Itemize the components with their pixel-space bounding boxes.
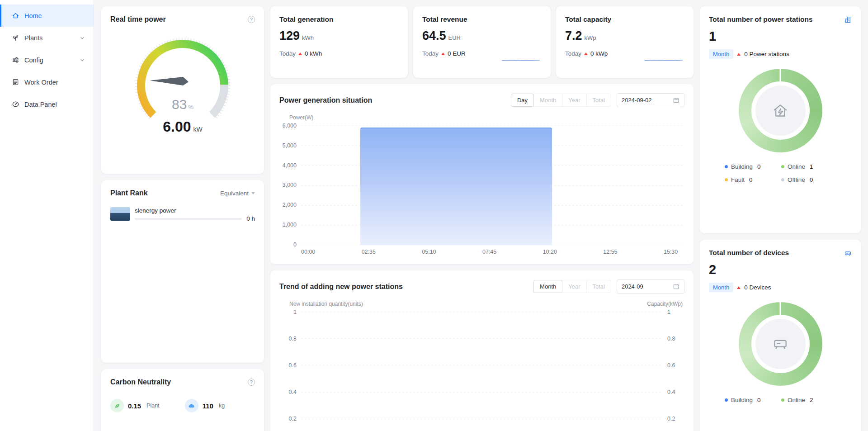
tick-label: 0.6: [667, 362, 675, 369]
devices-count: 2: [709, 262, 852, 277]
tick-label: 4,000: [283, 162, 297, 169]
tab-month[interactable]: Month: [533, 94, 562, 107]
power-date-picker[interactable]: 2024-09-02: [617, 93, 684, 107]
sidebar-item-label: Home: [24, 12, 42, 19]
stations-delta: 0 Power stations: [744, 51, 789, 57]
sidebar: Home Plants Config Work Order: [0, 0, 94, 431]
legend-item: Building 0: [725, 163, 779, 170]
up-triangle-icon: [441, 52, 445, 55]
card-title: Plant Rank: [110, 189, 148, 197]
main-content: Real time power ?: [94, 0, 868, 431]
devices-legend: Building 0 Online 2: [725, 397, 836, 403]
tick-label: 6,000: [283, 123, 297, 129]
real-time-power-card: Real time power ?: [101, 6, 264, 174]
up-triangle-icon: [737, 286, 741, 289]
carbon-unit: kg: [219, 403, 225, 409]
revenue-sparkline: [501, 55, 541, 64]
legend-value: 0: [749, 176, 753, 183]
legend-item: Online 1: [781, 163, 836, 170]
carbon-unit: Plant: [146, 403, 160, 409]
gauge-value: 6.00: [163, 118, 191, 135]
power-range-tabs: Day Month Year Total: [511, 94, 611, 107]
card-title: Total number of power stations: [709, 15, 813, 24]
calendar-icon: [673, 97, 679, 104]
middle-column: Total generation 129kWh Today 0 kWh Tota…: [270, 6, 693, 431]
stat-value: 7.2: [565, 29, 582, 43]
stats-row: Total generation 129kWh Today 0 kWh Tota…: [270, 6, 693, 78]
tick-label: 10:20: [543, 249, 557, 255]
y-axis-label: Power(W): [289, 114, 313, 121]
trend-range-tabs: Month Year Total: [533, 280, 611, 293]
right-axis-label: Capacity(kWp): [647, 301, 683, 307]
tab-total[interactable]: Total: [586, 280, 611, 293]
left-column: Real time power ?: [101, 6, 264, 431]
legend-item: Building 0: [725, 397, 779, 403]
month-badge[interactable]: Month: [709, 283, 733, 292]
up-triangle-icon: [584, 52, 588, 55]
plant-rank-value: 0 h: [246, 215, 255, 222]
filter-label: Equivalent: [220, 190, 249, 197]
tick-label: 0.8: [289, 336, 297, 342]
tab-day[interactable]: Day: [511, 94, 534, 107]
today-label: Today: [279, 50, 296, 57]
calendar-icon: [673, 283, 679, 290]
tick-label: 0.6: [289, 362, 297, 369]
sidebar-item-config[interactable]: Config: [0, 49, 94, 71]
tab-year[interactable]: Year: [562, 280, 586, 293]
tab-year[interactable]: Year: [562, 94, 586, 107]
sidebar-item-data-panel[interactable]: Data Panel: [0, 93, 94, 115]
up-triangle-icon: [737, 53, 741, 56]
date-value: 2024-09-02: [622, 97, 652, 104]
tick-label: 5,000: [283, 142, 297, 149]
tick-label: 3,000: [283, 182, 297, 188]
sidebar-item-home[interactable]: Home: [0, 5, 94, 27]
caret-down-icon: [251, 192, 255, 194]
tick-label: 02:35: [362, 249, 376, 255]
tick-label: 0.4: [667, 389, 675, 395]
total-revenue-card: Total revenue 64.5EUR Today 0 EUR: [413, 6, 551, 78]
legend-dot: [725, 178, 728, 181]
tick-label: 00:00: [301, 249, 315, 255]
legend-value: 0: [757, 163, 761, 170]
month-badge[interactable]: Month: [709, 49, 733, 59]
gauge-arc: [126, 33, 239, 131]
legend-value: 2: [810, 397, 813, 403]
legend-dot: [781, 178, 784, 181]
power-x-axis: 00:0002:3505:1007:4510:2012:5515:30: [301, 249, 678, 255]
trend-chart: 10.80.60.40.20: [279, 312, 684, 431]
stat-title: Total generation: [279, 15, 399, 24]
equivalent-filter-dropdown[interactable]: Equivalent: [220, 190, 255, 197]
tab-month[interactable]: Month: [533, 280, 562, 293]
gauge-reading: 6.00kW: [126, 118, 239, 135]
legend-label: Building: [731, 397, 753, 403]
help-icon[interactable]: ?: [248, 379, 255, 386]
tab-total[interactable]: Total: [586, 94, 611, 107]
power-area-series: [360, 128, 552, 245]
chevron-down-icon: [79, 35, 85, 41]
legend-label: Online: [788, 163, 805, 170]
sidebar-item-work-order[interactable]: Work Order: [0, 71, 94, 93]
tick-label: 07:45: [482, 249, 496, 255]
plant-rank-row[interactable]: slenergy power 0 h: [110, 207, 255, 222]
trend-plot-area: [301, 312, 663, 431]
donut-notch: [780, 302, 781, 315]
tick-label: 0.2: [289, 416, 297, 422]
gauge-unit: kW: [193, 126, 203, 133]
devices-delta: 0 Devices: [744, 284, 771, 291]
legend-label: Building: [731, 163, 753, 170]
help-icon[interactable]: ?: [248, 16, 255, 23]
legend-item: Offline 0: [781, 176, 836, 183]
tick-label: 12:55: [603, 249, 617, 255]
power-plot-area: [301, 125, 684, 245]
tick-label: 15:30: [664, 249, 678, 255]
today-label: Today: [565, 50, 581, 57]
left-axis-label: New installation quantity(units): [289, 301, 363, 307]
sidebar-item-label: Work Order: [24, 79, 58, 86]
sidebar-item-plants[interactable]: Plants: [0, 27, 94, 49]
legend-label: Offline: [788, 176, 805, 183]
card-title: Carbon Neutrality: [110, 378, 171, 386]
trend-date-picker[interactable]: 2024-09: [617, 279, 684, 294]
today-delta: 0 kWp: [590, 50, 608, 57]
plant-rank-progress-bar: [135, 218, 242, 220]
tick-label: 1: [293, 309, 297, 315]
